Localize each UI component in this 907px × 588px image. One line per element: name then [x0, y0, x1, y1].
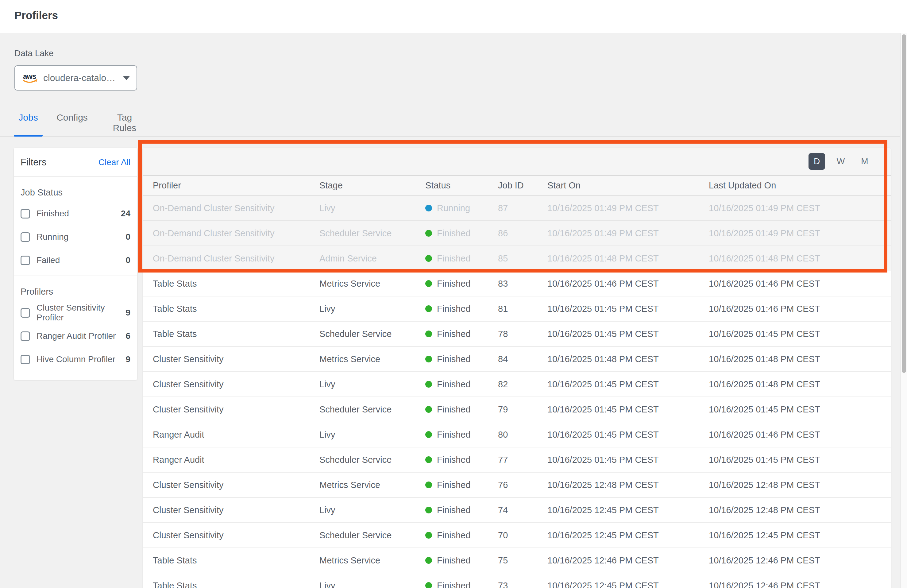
cell-status: Finished	[437, 480, 471, 490]
status-dot-icon	[425, 255, 432, 262]
cell-stage: Livy	[319, 505, 425, 515]
col-header-stage: Stage	[319, 181, 425, 191]
status-dot-icon	[425, 582, 432, 588]
table-row[interactable]: On-Demand Cluster Sensitivity Livy Runni…	[143, 196, 891, 221]
table-row[interactable]: Cluster Sensitivity Scheduler Service Fi…	[143, 397, 891, 422]
cell-job-id: 83	[498, 279, 547, 289]
cell-stage: Scheduler Service	[319, 404, 425, 415]
tab-configs[interactable]: Configs	[55, 112, 89, 123]
table-row[interactable]: Cluster Sensitivity Scheduler Service Fi…	[143, 523, 891, 548]
range-toggle-day[interactable]: D	[809, 153, 825, 170]
cell-stage: Admin Service	[319, 253, 425, 264]
table-row[interactable]: Table Stats Metrics Service Finished 83 …	[143, 271, 891, 296]
status-dot-icon	[425, 431, 432, 438]
cell-stage: Livy	[319, 581, 425, 588]
table-row[interactable]: Cluster Sensitivity Livy Finished 82 10/…	[143, 372, 891, 397]
checkbox[interactable]	[21, 355, 30, 364]
chevron-down-icon	[123, 76, 130, 80]
cell-profiler: Table Stats	[143, 329, 319, 339]
filter-section-job-status: Job Status Finished 24 Running 0 Failed …	[14, 177, 137, 276]
checkbox[interactable]	[21, 209, 30, 218]
table-row[interactable]: On-Demand Cluster Sensitivity Scheduler …	[143, 221, 891, 246]
table-row[interactable]: Cluster Sensitivity Livy Finished 74 10/…	[143, 498, 891, 523]
filters-title: Filters	[21, 157, 46, 168]
status-dot-icon	[425, 406, 432, 413]
cell-status: Finished	[437, 505, 471, 515]
checkbox[interactable]	[21, 256, 30, 265]
cell-stage: Scheduler Service	[319, 228, 425, 239]
cell-last-updated-on: 10/16/2025 01:46 PM CEST	[709, 429, 891, 440]
table-row[interactable]: Table Stats Scheduler Service Finished 7…	[143, 322, 891, 347]
cell-last-updated-on: 10/16/2025 01:45 PM CEST	[709, 455, 891, 465]
table-row[interactable]: Ranger Audit Scheduler Service Finished …	[143, 447, 891, 473]
scrollbar-track[interactable]	[900, 33, 907, 588]
cell-start-on: 10/16/2025 12:48 PM CEST	[547, 480, 709, 490]
cell-profiler: Ranger Audit	[143, 429, 319, 440]
filter-option-label: Cluster Sensitivity Profiler	[37, 303, 125, 322]
jobs-table-panel: D W M Profiler Stage Status Job ID Start…	[143, 148, 891, 588]
table-row[interactable]: Cluster Sensitivity Metrics Service Fini…	[143, 473, 891, 498]
status-dot-icon	[425, 330, 432, 337]
filter-option-label: Failed	[37, 255, 60, 265]
cell-profiler: On-Demand Cluster Sensitivity	[143, 228, 319, 239]
status-dot-icon	[425, 507, 432, 513]
aws-icon: aws	[22, 72, 40, 84]
table-row[interactable]: Cluster Sensitivity Metrics Service Fini…	[143, 347, 891, 372]
table-row[interactable]: Table Stats Livy Finished 81 10/16/2025 …	[143, 296, 891, 322]
table-row[interactable]: Ranger Audit Livy Finished 80 10/16/2025…	[143, 422, 891, 447]
cell-last-updated-on: 10/16/2025 01:46 PM CEST	[709, 279, 891, 289]
cell-profiler: Cluster Sensitivity	[143, 530, 319, 540]
table-row[interactable]: Table Stats Metrics Service Finished 75 …	[143, 548, 891, 573]
cell-last-updated-on: 10/16/2025 01:45 PM CEST	[709, 404, 891, 415]
cell-job-id: 84	[498, 354, 547, 364]
cell-profiler: Table Stats	[143, 279, 319, 289]
cell-status: Finished	[437, 404, 471, 415]
range-toggle-week[interactable]: W	[832, 153, 849, 170]
cell-profiler: Table Stats	[143, 556, 319, 566]
status-dot-icon	[425, 205, 432, 211]
cell-start-on: 10/16/2025 12:45 PM CEST	[547, 530, 709, 540]
cell-start-on: 10/16/2025 01:46 PM CEST	[547, 279, 709, 289]
tab-tag-rules[interactable]: Tag Rules	[105, 112, 144, 133]
cell-last-updated-on: 10/16/2025 01:48 PM CEST	[709, 354, 891, 364]
checkbox[interactable]	[21, 308, 30, 318]
cell-last-updated-on: 10/16/2025 01:45 PM CEST	[709, 329, 891, 339]
cell-start-on: 10/16/2025 12:45 PM CEST	[547, 505, 709, 515]
table-row[interactable]: Table Stats Livy Finished 73 10/16/2025 …	[143, 573, 891, 588]
status-dot-icon	[425, 457, 432, 463]
cell-status: Finished	[437, 530, 471, 540]
cell-profiler: On-Demand Cluster Sensitivity	[143, 253, 319, 264]
status-dot-icon	[425, 557, 432, 564]
filter-option: Hive Column Profiler 9	[21, 348, 130, 371]
cell-stage: Scheduler Service	[319, 455, 425, 465]
checkbox[interactable]	[21, 332, 30, 341]
data-lake-select[interactable]: aws cloudera-catalog-vm-...	[14, 66, 137, 91]
range-toggle-month[interactable]: M	[856, 153, 873, 170]
cell-last-updated-on: 10/16/2025 01:46 PM CEST	[709, 304, 891, 314]
cell-status: Finished	[437, 429, 471, 440]
filter-option-count: 0	[125, 255, 130, 265]
status-dot-icon	[425, 280, 432, 287]
cell-start-on: 10/16/2025 01:48 PM CEST	[547, 253, 709, 264]
cell-last-updated-on: 10/16/2025 12:46 PM CEST	[709, 581, 891, 588]
cell-stage: Livy	[319, 304, 425, 314]
clear-all-link[interactable]: Clear All	[98, 157, 130, 167]
cell-stage: Scheduler Service	[319, 329, 425, 339]
filter-option-label: Running	[37, 232, 69, 242]
page-title: Profilers	[14, 9, 58, 21]
cell-stage: Metrics Service	[319, 354, 425, 364]
cell-profiler: Cluster Sensitivity	[143, 379, 319, 389]
table-row[interactable]: On-Demand Cluster Sensitivity Admin Serv…	[143, 246, 891, 271]
cell-start-on: 10/16/2025 01:45 PM CEST	[547, 379, 709, 389]
top-bar: Profilers	[0, 0, 907, 33]
tab-jobs[interactable]: Jobs	[14, 112, 43, 123]
cell-job-id: 86	[498, 228, 547, 239]
cell-job-id: 80	[498, 429, 547, 440]
scrollbar-thumb[interactable]	[902, 34, 906, 373]
cell-job-id: 82	[498, 379, 547, 389]
checkbox[interactable]	[21, 232, 30, 242]
cell-stage: Scheduler Service	[319, 530, 425, 540]
cell-stage: Livy	[319, 429, 425, 440]
cell-job-id: 78	[498, 329, 547, 339]
cell-profiler: Table Stats	[143, 304, 319, 314]
